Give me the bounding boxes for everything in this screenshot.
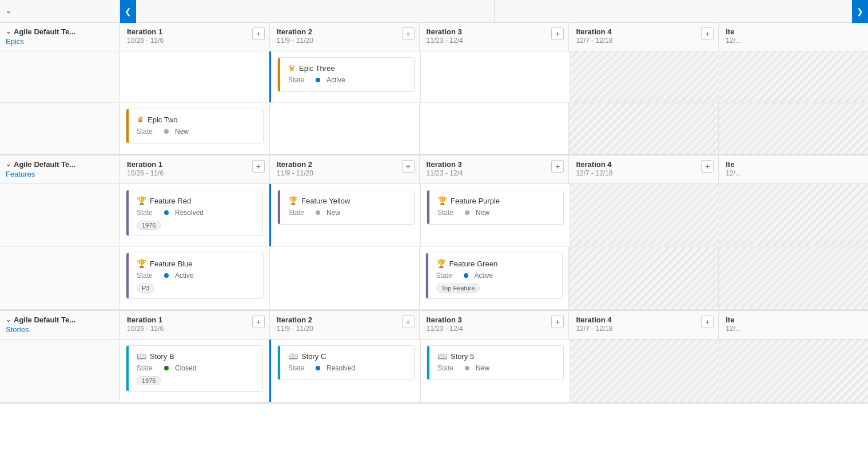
iteration-date: 11/9 - 11/20 [277, 37, 412, 45]
state-label: State [137, 272, 160, 280]
card-tag: 1976 [137, 221, 161, 230]
add-item-button[interactable]: + [551, 160, 564, 173]
team-chevron[interactable]: ⌄ [6, 316, 11, 324]
cards-row: 📖 Story B State Closed 1976 📖 Story C St… [0, 340, 868, 402]
card-title: Epic Two [148, 115, 178, 124]
state-value: New [327, 209, 340, 217]
iteration-date: 10/26 - 11/6 [127, 37, 262, 45]
iteration-date: 12/... [726, 37, 861, 45]
iteration-date: 11/23 - 12/4 [427, 37, 562, 45]
today-line [269, 340, 271, 402]
state-value: New [476, 209, 489, 217]
trophy-icon: 🏆 [437, 196, 447, 205]
state-label: State [437, 364, 460, 372]
add-item-button[interactable]: + [701, 316, 714, 328]
december-header [495, 0, 853, 22]
team-name-text: Agile Default Te... [14, 160, 75, 169]
november-header [136, 0, 495, 22]
cards-iteration-column [719, 184, 868, 246]
nav-prev-button[interactable]: ❮ [120, 0, 136, 23]
team-label-column: ⌄ Agile Default Te... Features [0, 155, 120, 183]
work-item-card[interactable]: 📖 Story C State Resolved [277, 345, 415, 380]
main-content: ⌄ Agile Default Te... Epics Iteration 1 … [0, 23, 868, 463]
book-icon: 📖 [288, 352, 298, 361]
add-item-button[interactable]: + [252, 27, 265, 40]
card-state-field: State Resolved [288, 364, 408, 372]
crown-icon: ♛ [288, 63, 296, 73]
iteration-name: Iteration 2 [277, 160, 412, 169]
state-dot [164, 129, 169, 134]
team-chevron[interactable]: ⌄ [6, 161, 11, 168]
card-title: Feature Red [150, 197, 191, 205]
state-dot [316, 366, 320, 370]
cards-iteration-column [270, 247, 420, 309]
cards-row: ♛ Epic Three State Active [0, 51, 868, 103]
trophy-icon: 🏆 [137, 259, 146, 268]
cards-iteration-column [719, 103, 868, 154]
state-label: State [288, 364, 311, 372]
state-label: State [288, 76, 311, 84]
iteration-name: Iteration 4 [576, 160, 711, 169]
cards-iteration-column [570, 51, 719, 102]
team-chevron[interactable]: ⌄ [6, 28, 11, 35]
cards-row: 🏆 Feature Blue State Active P3 🏆 Feature… [0, 247, 868, 310]
card-state-field: State Active [137, 272, 257, 280]
iteration-column-header: Ite 12/... [719, 23, 868, 51]
iteration-column-header: Ite 12/... [719, 311, 868, 339]
cards-iteration-column [421, 51, 570, 102]
type-link[interactable]: Features [6, 170, 114, 178]
teams-chevron[interactable]: ⌄ [6, 7, 11, 15]
add-item-button[interactable]: + [252, 316, 265, 328]
work-item-card[interactable]: 📖 Story 5 State New [427, 345, 564, 380]
type-link[interactable]: Stories [6, 325, 114, 334]
cards-team-spacer [0, 51, 120, 102]
card-title: Feature Purple [451, 197, 500, 205]
work-item-card[interactable]: 📖 Story B State Closed 1976 [126, 345, 263, 392]
team-name-text: Agile Default Te... [14, 27, 75, 36]
add-item-button[interactable]: + [402, 160, 415, 173]
book-icon: 📖 [137, 352, 146, 361]
state-value: Active [327, 76, 345, 84]
state-label: State [288, 209, 311, 217]
state-label: State [137, 209, 160, 217]
add-item-button[interactable]: + [252, 160, 265, 173]
work-item-card[interactable]: 🏆 Feature Purple State New [427, 190, 564, 225]
add-item-button[interactable]: + [701, 160, 714, 173]
cards-team-spacer [0, 247, 120, 309]
cards-iteration-column [420, 103, 570, 154]
cards-iteration-column [570, 340, 719, 402]
work-item-card[interactable]: ♛ Epic Two State New [126, 109, 264, 143]
iteration-name: Ite [726, 160, 861, 169]
iteration-name: Iteration 1 [127, 316, 262, 324]
state-dot [164, 273, 169, 278]
iteration-column-header: Iteration 2 11/9 - 11/20 + [270, 311, 420, 339]
iteration-column-header: Iteration 1 10/26 - 11/6 + [120, 155, 270, 183]
header-row: ⌄ ❮ ❯ [0, 0, 868, 23]
cards-iteration-column [719, 51, 868, 102]
state-dot [316, 210, 320, 215]
work-item-card[interactable]: 🏆 Feature Blue State Active P3 [126, 253, 264, 299]
work-item-card[interactable]: ♛ Epic Three State Active [277, 57, 415, 92]
iteration-header-row: ⌄ Agile Default Te... Epics Iteration 1 … [0, 23, 868, 51]
cards-iteration-column [120, 51, 269, 102]
work-item-card[interactable]: 🏆 Feature Yellow State New [277, 190, 415, 225]
work-item-card[interactable]: 🏆 Feature Red State Resolved 1976 [126, 190, 263, 236]
nav-next-button[interactable]: ❯ [852, 0, 868, 23]
state-value: Active [475, 272, 493, 280]
add-item-button[interactable]: + [551, 27, 564, 40]
team-section: ⌄ Agile Default Te... Stories Iteration … [0, 311, 868, 404]
add-item-button[interactable]: + [551, 316, 564, 328]
add-item-button[interactable]: + [402, 27, 415, 40]
cards-team-spacer [0, 340, 120, 402]
add-item-button[interactable]: + [701, 27, 714, 40]
type-link[interactable]: Epics [6, 37, 114, 46]
iteration-column-header: Iteration 3 11/23 - 12/4 + [420, 23, 570, 51]
work-item-card[interactable]: 🏆 Feature Green State Active Top Feature [425, 253, 563, 299]
iteration-column-header: Ite 12/... [719, 155, 868, 183]
cards-team-spacer [0, 103, 120, 154]
state-dot [164, 210, 169, 215]
add-item-button[interactable]: + [402, 316, 415, 328]
cards-iteration-column: 📖 Story B State Closed 1976 [120, 340, 269, 402]
state-dot [465, 210, 469, 215]
card-title: Story 5 [451, 352, 474, 361]
